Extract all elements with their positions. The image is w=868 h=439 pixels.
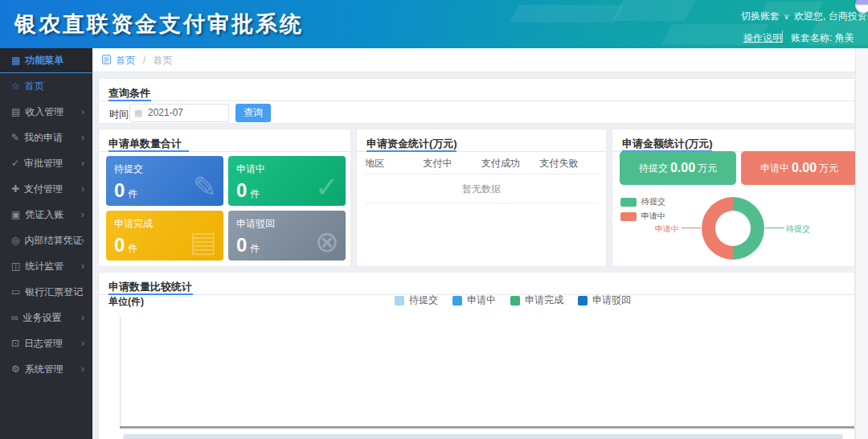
month-picker-input[interactable]: 2021-07 xyxy=(129,104,229,122)
legend-swatch-green xyxy=(620,198,637,207)
funds-statistics-panel: 申请资金统计(万元) 地区 支付中 支付成功 支付失败 暂无数据 xyxy=(356,129,607,267)
inprogress-amount-button[interactable]: 申请中0.00万元 xyxy=(741,151,858,185)
header-deco-shape xyxy=(612,0,698,21)
sidebar: ▦功能菜单 ☆首页 ▤收入管理› ✎我的申请› ✓审批管理› ✚支付管理› ▣凭… xyxy=(0,48,92,439)
briefcase-icon: ▣ xyxy=(11,209,20,220)
chevron-right-icon: › xyxy=(81,356,84,382)
chevron-right-icon: › xyxy=(81,99,84,125)
star-icon: ☆ xyxy=(11,80,20,92)
chevron-right-icon: › xyxy=(81,150,84,176)
title-accent xyxy=(108,150,189,152)
account-name-label: 账套名称: 角美 xyxy=(791,31,854,45)
breadcrumb-current: 首页 xyxy=(153,55,172,66)
vertical-scrollbar[interactable] xyxy=(855,48,868,439)
edit-document-icon: ✎ xyxy=(193,170,217,204)
calendar-icon: ▦ xyxy=(134,108,144,117)
query-panel: 查询条件 时间 2021-07 ▦ 查询 xyxy=(98,78,855,124)
donut-callout-line xyxy=(765,228,784,228)
edit-box-icon: ⊡ xyxy=(11,338,19,349)
chevron-right-icon: › xyxy=(81,253,84,279)
switch-account-dropdown[interactable]: 切换账套∨ xyxy=(741,10,789,23)
horizontal-scrollbar[interactable] xyxy=(123,434,843,439)
table-header-row: 地区 支付中 支付成功 支付失败 xyxy=(365,154,598,174)
query-panel-title: 查询条件 xyxy=(108,86,150,101)
search-button[interactable]: 查询 xyxy=(235,104,271,122)
page-icon xyxy=(102,49,111,73)
legend-item-inprogress: 申请中 xyxy=(620,211,665,222)
sidebar-item-business-settings[interactable]: ∞业务设置› xyxy=(0,305,92,330)
application-count-panel: 申请单数量合计 待提交 0件 ✎ 申请中 0件 ✓ 申请完成 0件 ▤ 申请驳回… xyxy=(98,129,351,267)
document-icon: ▤ xyxy=(11,106,20,117)
sidebar-item-income[interactable]: ▤收入管理› xyxy=(0,99,92,125)
legend-item[interactable]: 待提交 xyxy=(395,293,438,307)
empty-data-text: 暂无数据 xyxy=(365,174,598,203)
bar-chart-icon: ◫ xyxy=(11,261,20,272)
pencil-icon: ✎ xyxy=(11,132,19,143)
sidebar-item-home[interactable]: ☆首页 xyxy=(0,73,92,99)
sidebar-item-payment[interactable]: ✚支付管理› xyxy=(0,176,92,202)
gear-icon: ⚙ xyxy=(11,363,20,375)
title-accent xyxy=(108,100,151,101)
chart-y-axis xyxy=(120,317,121,426)
pending-amount-button[interactable]: 待提交0.00万元 xyxy=(620,151,736,185)
breadcrumb-separator: / xyxy=(143,55,145,66)
header-divider xyxy=(782,31,783,43)
link-icon: ∞ xyxy=(11,312,18,323)
sidebar-item-system-management[interactable]: ⚙系统管理› xyxy=(0,356,92,382)
cross-icon: ✚ xyxy=(11,183,19,195)
sidebar-item-approval[interactable]: ✓审批管理› xyxy=(0,150,92,176)
column-pay-success: 支付成功 xyxy=(481,157,540,170)
main-content: 首页 / 首页 查询条件 时间 2021-07 ▦ 查询 申请单数量合计 待提交… xyxy=(92,48,855,439)
disc-icon: ◎ xyxy=(11,235,19,246)
legend-item[interactable]: 申请完成 xyxy=(510,293,563,307)
operation-guide-link[interactable]: 操作说明 xyxy=(743,31,782,45)
check-icon: ✓ xyxy=(11,158,19,169)
amount-donut-chart[interactable] xyxy=(702,197,764,260)
chevron-down-icon: ∨ xyxy=(784,12,789,21)
sidebar-item-bank-draft[interactable]: ▭银行汇票登记 xyxy=(0,279,92,305)
count-comparison-panel: 申请数量比较统计 单位(件) 待提交 申请中 申请完成 申请驳回 xyxy=(98,272,855,439)
sidebar-item-internal-settlement[interactable]: ◎内部结算凭证› xyxy=(0,228,92,253)
legend-swatch xyxy=(510,296,520,306)
chevron-right-icon: › xyxy=(81,176,84,202)
card-rejected[interactable]: 申请驳回 0件 ⊗ xyxy=(228,211,346,261)
chevron-right-icon: › xyxy=(81,202,84,228)
amount-statistics-panel: 申请金额统计(万元) 待提交0.00万元 申请中0.00万元 待提交 申请中 申… xyxy=(612,129,855,267)
donut-callout-line xyxy=(682,228,701,228)
legend-swatch xyxy=(395,296,404,306)
donut-label-inprogress: 申请中 xyxy=(655,224,679,235)
chevron-right-icon: › xyxy=(81,330,84,356)
chevron-right-icon: › xyxy=(81,228,84,253)
legend-item[interactable]: 申请驳回 xyxy=(578,293,631,307)
column-pay-failed: 支付失败 xyxy=(540,157,599,170)
sidebar-item-log-management[interactable]: ⊡日志管理› xyxy=(0,330,92,356)
document-x-icon: ⊗ xyxy=(315,225,339,259)
list-check-icon: ✓ xyxy=(315,170,339,204)
compare-panel-title: 申请数量比较统计 xyxy=(108,280,192,294)
funds-panel-title: 申请资金统计(万元) xyxy=(366,137,457,151)
card-completed[interactable]: 申请完成 0件 ▤ xyxy=(106,211,223,261)
sidebar-item-statistics[interactable]: ◫统计监管› xyxy=(0,253,92,279)
card-icon: ▭ xyxy=(11,286,20,297)
title-accent xyxy=(366,150,457,152)
legend-item[interactable]: 申请中 xyxy=(452,293,496,307)
grid-menu-icon: ▦ xyxy=(11,55,20,66)
legend-item-pending: 待提交 xyxy=(620,196,665,207)
sidebar-menu-header: ▦功能菜单 xyxy=(0,48,92,73)
amount-panel-title: 申请金额统计(万元) xyxy=(622,137,713,151)
column-region: 地区 xyxy=(365,157,424,170)
header-deco-shape xyxy=(510,5,624,23)
welcome-user-dropdown[interactable]: 欢迎您, 台商投资区∨ xyxy=(794,10,868,23)
app-header: 银农直联资金支付审批系统 切换账套∨ 欢迎您, 台商投资区∨ 操作说明 账套名称… xyxy=(0,0,868,48)
chevron-right-icon: › xyxy=(81,305,84,330)
app-title: 银农直联资金支付审批系统 xyxy=(14,10,304,39)
card-in-progress[interactable]: 申请中 0件 ✓ xyxy=(228,156,346,206)
sidebar-item-voucher-entry[interactable]: ▣凭证入账› xyxy=(0,202,92,228)
unit-label: 单位(件) xyxy=(108,295,144,309)
sidebar-item-my-applications[interactable]: ✎我的申请› xyxy=(0,125,92,150)
breadcrumb-home-link[interactable]: 首页 xyxy=(116,55,135,66)
chevron-right-icon: › xyxy=(81,125,84,150)
column-paying: 支付中 xyxy=(424,157,482,170)
card-pending-submit[interactable]: 待提交 0件 ✎ xyxy=(106,156,223,206)
breadcrumb: 首页 / 首页 xyxy=(92,48,855,72)
